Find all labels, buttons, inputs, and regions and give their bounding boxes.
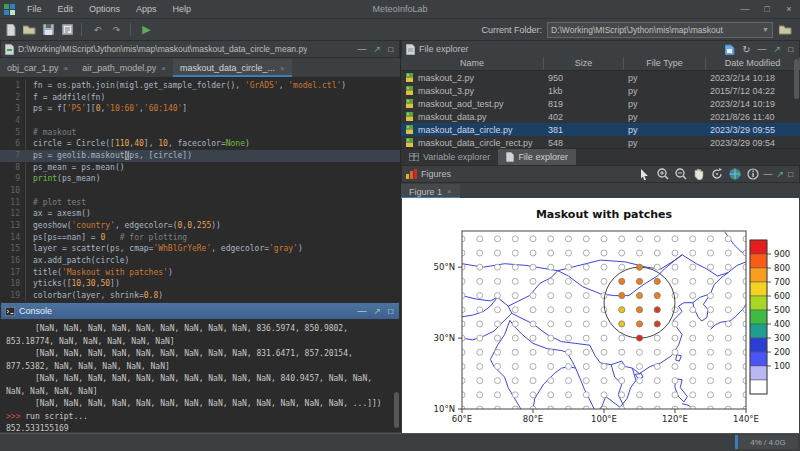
- run-script-button[interactable]: ▶: [138, 22, 155, 37]
- svg-text:80°E: 80°E: [523, 414, 543, 424]
- memory-indicator[interactable]: 4% / 4.0G: [735, 435, 798, 449]
- console-line: [NaN, NaN, NaN, NaN, NaN, NaN, NaN, NaN,…: [6, 323, 398, 336]
- column-header[interactable]: File Type: [624, 57, 706, 70]
- current-folder-label: Current Folder:: [481, 25, 542, 35]
- code-line: 1fn = os.path.join(migl.get_sample_folde…: [0, 80, 400, 92]
- figure-tab-label: Figure 1: [409, 187, 442, 197]
- console-title-bar[interactable]: Console — ↗ □: [0, 302, 400, 320]
- window-minimize-button[interactable]: —: [734, 4, 756, 14]
- editor-tab-bar: obj_car_1.py×air_path_model.py×maskout_d…: [0, 58, 400, 78]
- menu-file[interactable]: File: [19, 4, 50, 14]
- pan-hand-icon[interactable]: [692, 168, 706, 181]
- tab-file-explorer[interactable]: File explorer: [498, 149, 576, 165]
- code-lines[interactable]: 1fn = os.path.join(migl.get_sample_folde…: [0, 78, 400, 301]
- rotate-icon[interactable]: [710, 168, 724, 181]
- code-line: 15layer = scatter(ps, cmap='WhBlGrYeRe',…: [0, 243, 400, 255]
- editor-tab[interactable]: maskout_data_circle_...×: [173, 59, 292, 77]
- tab-figure-1[interactable]: Figure 1 ×: [401, 184, 460, 199]
- open-file-button[interactable]: [21, 22, 38, 37]
- svg-text:400: 400: [774, 319, 790, 329]
- close-icon[interactable]: ×: [280, 64, 285, 73]
- svg-text:50°N: 50°N: [434, 262, 455, 272]
- current-folder-combobox[interactable]: D:\Working\MIScript\Jython\mis\map\masko…: [547, 22, 773, 38]
- console-scrollbar[interactable]: [394, 392, 399, 428]
- identify-info-icon[interactable]: [746, 168, 760, 181]
- console-line: >>> run script...: [6, 411, 398, 424]
- console-float-icon[interactable]: ↗: [374, 306, 382, 316]
- undo-button[interactable]: ↶: [89, 22, 106, 37]
- console-maximize-icon[interactable]: □: [388, 307, 393, 316]
- file-row[interactable]: maskout_aod_test.py819py2023/2/14 10:19: [401, 97, 800, 110]
- editor-title-bar[interactable]: D:\Working\MIScript\Jython\mis\map\masko…: [0, 40, 400, 58]
- code-line: 8ps_mean = ps.mean(): [0, 162, 400, 174]
- column-header[interactable]: Date Modified: [706, 57, 800, 70]
- chevron-down-icon[interactable]: ▼: [762, 26, 769, 33]
- file-row[interactable]: maskout_data_circle.py381py2023/3/29 09:…: [401, 123, 800, 136]
- menu-options[interactable]: Options: [81, 4, 128, 14]
- file-explorer-maximize-icon[interactable]: □: [788, 45, 793, 54]
- code-line: 9print(ps_mean): [0, 173, 400, 185]
- console-output[interactable]: [NaN, NaN, NaN, NaN, NaN, NaN, NaN, NaN,…: [0, 320, 400, 448]
- column-header[interactable]: Size: [544, 57, 624, 70]
- code-line: 7ps = geolib.maskout(ps, [circle]): [0, 150, 400, 162]
- file-explorer-minimize-icon[interactable]: —: [758, 44, 767, 54]
- svg-text:900: 900: [774, 249, 790, 259]
- new-document-icon[interactable]: [725, 44, 735, 55]
- close-icon[interactable]: ×: [161, 64, 166, 73]
- close-icon[interactable]: ×: [447, 187, 452, 196]
- file-row[interactable]: maskout_3.py1kbpy2015/7/12 04:22: [401, 84, 800, 97]
- editor-tab[interactable]: air_path_model.py×: [75, 59, 173, 77]
- window-close-button[interactable]: ×: [778, 4, 800, 14]
- code-line: 4: [0, 115, 400, 127]
- editor-maximize-icon[interactable]: □: [388, 45, 393, 54]
- redo-button[interactable]: ↷: [108, 22, 125, 37]
- console-line: NaN, NaN, NaN, NaN]: [6, 386, 398, 399]
- file-explorer-icon: [406, 44, 415, 55]
- code-line: 11# plot test: [0, 197, 400, 209]
- code-line: 12ax = axesm(): [0, 208, 400, 220]
- code-line: 14ps[ps==nan] = 0 # for plotting: [0, 232, 400, 244]
- console-title: Console: [19, 306, 52, 316]
- column-header[interactable]: Name: [401, 57, 544, 70]
- menu-apps[interactable]: Apps: [128, 4, 165, 14]
- file-explorer-title: File explorer: [419, 44, 469, 54]
- close-icon[interactable]: ×: [64, 64, 69, 73]
- tab-variable-explorer[interactable]: Variable explorer: [401, 149, 498, 165]
- code-line: 19colorbar(layer, shrink=0.8): [0, 290, 400, 302]
- code-line: 17title('Maskout with patches'): [0, 267, 400, 279]
- menu-help[interactable]: Help: [165, 4, 200, 14]
- variable-grid-icon: [409, 153, 419, 161]
- figures-title-bar[interactable]: Figures — ↗ □: [401, 165, 800, 183]
- editor-float-icon[interactable]: ↗: [374, 44, 382, 54]
- editor-minimize-icon[interactable]: —: [358, 44, 367, 54]
- save-button[interactable]: [40, 22, 57, 37]
- zoom-out-icon[interactable]: [674, 168, 688, 181]
- figures-maximize-icon[interactable]: □: [788, 170, 793, 179]
- file-table-header[interactable]: NameSizeFile TypeDate Modified: [401, 57, 800, 71]
- window-maximize-button[interactable]: □: [756, 4, 778, 14]
- figures-float-icon[interactable]: ↗: [777, 169, 785, 179]
- save-as-button[interactable]: [59, 22, 76, 37]
- figures-icon: [406, 169, 417, 179]
- refresh-icon[interactable]: ↻: [742, 44, 750, 55]
- editor-tab[interactable]: obj_car_1.py×: [0, 59, 75, 77]
- file-explorer-title-bar[interactable]: File explorer ↻ — ↗ □: [401, 40, 800, 58]
- file-row[interactable]: maskout_2.py950py2023/2/14 10:18: [401, 71, 800, 84]
- browse-folder-button[interactable]: [777, 22, 794, 37]
- menu-edit[interactable]: Edit: [50, 4, 82, 14]
- svg-text:600: 600: [774, 291, 790, 301]
- new-file-button[interactable]: [2, 22, 19, 37]
- current-folder-value: D:\Working\MIScript\Jython\mis\map\masko…: [551, 25, 723, 35]
- file-explorer-scrollbar[interactable]: [794, 59, 799, 99]
- code-line: 13geoshow('country', edgecolor=(0,0,255)…: [0, 220, 400, 232]
- editor-file-path: D:\Working\MIScript\Jython\mis\map\masko…: [18, 44, 307, 54]
- code-line: 3ps = f['PS'][0,'10:60','60:140']: [0, 103, 400, 115]
- select-arrow-icon[interactable]: [638, 168, 652, 181]
- figures-minimize-icon[interactable]: —: [764, 169, 773, 179]
- file-row[interactable]: maskout_data.py402py2021/8/26 11:40: [401, 110, 800, 123]
- file-explorer-float-icon[interactable]: ↗: [774, 44, 782, 54]
- console-minimize-icon[interactable]: —: [358, 306, 367, 316]
- zoom-in-icon[interactable]: [656, 168, 670, 181]
- globe-icon[interactable]: [728, 168, 742, 181]
- figure-canvas[interactable]: Maskout with patches60°E80°E100°E120°E14…: [402, 198, 799, 433]
